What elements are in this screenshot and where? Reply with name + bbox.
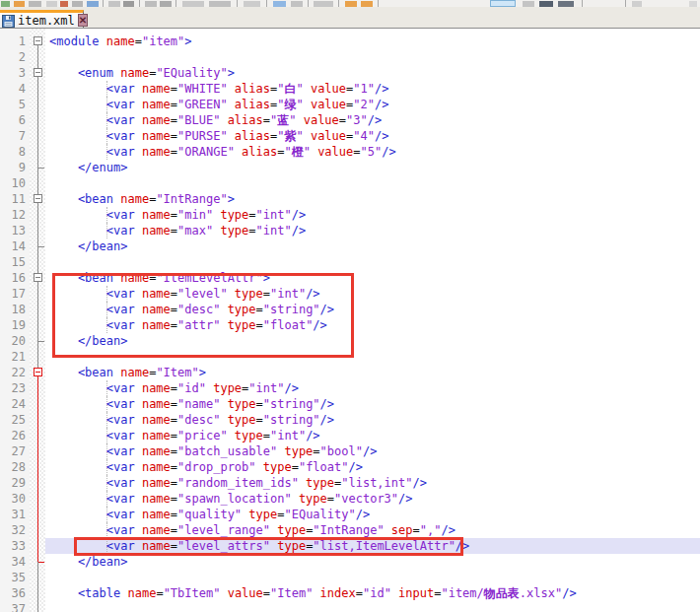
syntax-token: "desc" — [177, 413, 228, 427]
close-icon[interactable]: ✕ — [78, 14, 88, 27]
syntax-token: = — [171, 413, 177, 427]
code-line[interactable]: 26 <var name="price" type="int"/> — [0, 428, 700, 443]
code-line[interactable]: 14 </bean> — [0, 238, 700, 254]
syntax-token: "PURSE" — [177, 129, 235, 143]
syntax-token: name — [142, 397, 171, 411]
code-line[interactable]: 9 </enum> — [0, 160, 700, 175]
syntax-token: "list,int" — [341, 476, 412, 490]
code-text: <var name="PURSE" alias="紫" value="4"/> — [49, 128, 388, 144]
syntax-token: "," — [420, 523, 442, 537]
syntax-token: > — [199, 366, 206, 379]
code-line[interactable]: 13 <var name="max" type="int"/> — [0, 223, 700, 238]
syntax-token: "drop_prob" — [177, 460, 263, 474]
line-number: 29 — [0, 475, 26, 491]
toolbar-icons-strip[interactable] — [0, 0, 700, 7]
code-line[interactable]: 7 <var name="PURSE" alias="紫" value="4"/… — [0, 128, 700, 144]
syntax-token: "spawn_location" — [177, 492, 299, 506]
fold-collapse-icon[interactable] — [34, 194, 42, 203]
fold-end-icon — [38, 168, 44, 169]
code-line[interactable]: 6 <var name="BLUE" alias="蓝" value="3"/> — [0, 112, 700, 128]
code-line[interactable]: 36 <table name="TbItem" value="Item" ind… — [0, 585, 700, 601]
syntax-token: type — [284, 444, 313, 458]
syntax-token: /> — [375, 129, 388, 143]
syntax-token: = — [263, 429, 270, 442]
editor[interactable]: 1<module name="item">23 <enum name="EQua… — [0, 29, 700, 612]
syntax-token: alias — [235, 98, 270, 111]
annotation-box — [52, 273, 354, 358]
syntax-token: " — [296, 129, 310, 143]
syntax-token: " — [289, 113, 303, 127]
syntax-token: "quality" — [177, 508, 248, 521]
code-line[interactable]: 35 — [0, 570, 700, 585]
syntax-token: /> — [368, 113, 382, 127]
syntax-token: /> — [363, 444, 377, 458]
code-line[interactable]: 29 <var name="random_item_ids" type="lis… — [0, 475, 700, 491]
syntax-token: = — [256, 397, 263, 411]
tab-title: item.xml — [18, 14, 75, 28]
code-text: <var name="id" type="int"/> — [49, 380, 299, 396]
syntax-token: "min" — [177, 208, 220, 222]
code-line[interactable]: 2 — [0, 49, 700, 65]
fold-collapse-icon[interactable] — [34, 368, 42, 376]
code-text: <var name="spawn_location" type="vector3… — [49, 491, 413, 507]
syntax-token: "id" — [363, 586, 398, 600]
syntax-token: = — [248, 208, 255, 222]
syntax-token: value — [317, 145, 353, 159]
syntax-token: type — [299, 492, 327, 506]
line-number: 8 — [0, 144, 26, 160]
code-line[interactable]: 37 — [0, 601, 700, 612]
code-text: <var name="max" type="int"/> — [49, 223, 306, 238]
syntax-token: name — [142, 429, 171, 442]
code-line[interactable]: 32 <var name="level_range" type="IntRang… — [0, 522, 700, 538]
code-line[interactable]: 4 <var name="WHITE" alias="白" value="1"/… — [0, 81, 700, 97]
code-line[interactable]: 31 <var name="quality" type="EQuality"/> — [0, 507, 700, 522]
code-line[interactable]: 22 <bean name="Item"> — [0, 365, 700, 380]
code-line[interactable]: 11 <bean name="IntRange"> — [0, 191, 700, 207]
code-line[interactable]: 23 <var name="id" type="int"/> — [0, 380, 700, 396]
tab-item-xml[interactable]: item.xml ✕ — [0, 10, 84, 28]
syntax-token: type — [277, 523, 306, 537]
code-line[interactable]: 8 <var name="ORANGE" alias="橙" value="5"… — [0, 144, 700, 160]
code-line[interactable]: 24 <var name="name" type="string"/> — [0, 396, 700, 412]
syntax-token: "bool" — [320, 444, 363, 458]
code-line[interactable]: 30 <var name="spawn_location" type="vect… — [0, 491, 700, 507]
syntax-token: "float" — [299, 460, 349, 474]
code-line[interactable]: 12 <var name="min" type="int"/> — [0, 207, 700, 223]
syntax-token: /> — [375, 82, 388, 96]
syntax-token: = — [171, 381, 177, 395]
syntax-token: = — [263, 113, 270, 127]
syntax-token: <bean — [49, 366, 120, 379]
syntax-token: "id" — [177, 381, 213, 395]
code-line[interactable]: 10 — [0, 175, 700, 191]
syntax-token: = — [171, 460, 177, 474]
code-line[interactable]: 28 <var name="drop_prob" type="float"/> — [0, 459, 700, 475]
line-number: 1 — [0, 34, 26, 49]
code-line[interactable]: 3 <enum name="EQuality"> — [0, 65, 700, 81]
syntax-token: <var — [49, 492, 142, 506]
code-line[interactable]: 15 — [0, 254, 700, 270]
syntax-token: "Item" — [156, 366, 198, 379]
syntax-token: input — [398, 586, 434, 600]
code-line[interactable]: 1<module name="item"> — [0, 34, 700, 49]
syntax-token: "int" — [248, 381, 284, 395]
code-line[interactable]: 34 </bean> — [0, 554, 700, 570]
line-number: 2 — [0, 49, 26, 65]
code-line[interactable]: 5 <var name="GREEN" alias="绿" value="2"/… — [0, 97, 700, 112]
code-line[interactable]: 25 <var name="desc" type="string"/> — [0, 412, 700, 428]
code-line[interactable]: 27 <var name="batch_usable" type="bool"/… — [0, 443, 700, 459]
syntax-token: /> — [441, 523, 455, 537]
syntax-token: > — [228, 192, 235, 206]
syntax-token: = — [292, 460, 299, 474]
fold-collapse-icon[interactable] — [34, 68, 42, 77]
syntax-token: "random_item_ids" — [177, 476, 306, 490]
fold-collapse-icon[interactable] — [34, 36, 42, 45]
syntax-token: 橙 — [292, 145, 304, 159]
syntax-token: .xlsx" — [520, 586, 562, 600]
syntax-token: alias — [242, 145, 277, 159]
fold-collapse-icon[interactable] — [34, 273, 42, 282]
syntax-token: index — [320, 586, 356, 600]
syntax-token: <bean — [49, 192, 120, 206]
syntax-token: = — [413, 523, 420, 537]
syntax-token: sep — [391, 523, 413, 537]
syntax-token: name — [142, 508, 171, 521]
